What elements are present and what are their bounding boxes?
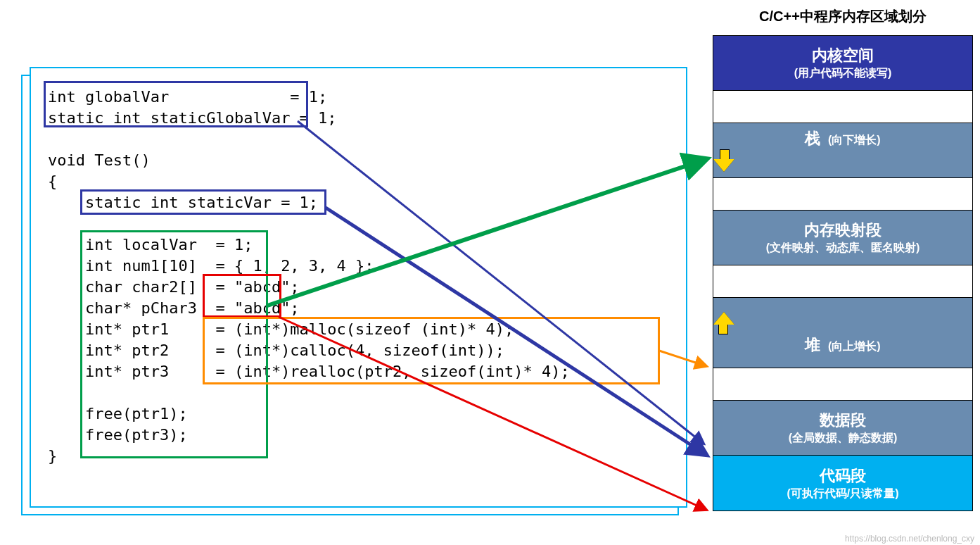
seg-title: 内核空间: [713, 45, 972, 66]
seg-note: (向下增长): [828, 134, 881, 146]
seg-heap: 堆 (向上增长): [713, 298, 972, 368]
seg-sub: (用户代码不能读写): [713, 66, 972, 81]
seg-title: 堆: [805, 336, 820, 353]
diagram-title: C/C++中程序内存区域划分: [713, 7, 973, 26]
seg-title: 栈: [805, 130, 820, 147]
seg-gap: [713, 265, 972, 298]
seg-kernel: 内核空间 (用户代码不能读写): [713, 36, 972, 91]
seg-title: 数据段: [713, 410, 972, 431]
seg-note: (向上增长): [828, 340, 881, 352]
seg-sub: (全局数据、静态数据): [713, 431, 972, 446]
code-block: int globalVar = 1; static int staticGlob…: [48, 87, 669, 467]
seg-sub: (文件映射、动态库、匿名映射): [713, 241, 972, 256]
seg-data: 数据段 (全局数据、静态数据): [713, 401, 972, 456]
seg-mmap: 内存映射段 (文件映射、动态库、匿名映射): [713, 211, 972, 265]
seg-gap: [713, 91, 972, 123]
seg-gap: [713, 178, 972, 211]
seg-stack: 栈 (向下增长): [713, 123, 972, 178]
watermark: https://blog.csdn.net/chenlong_cxy: [845, 534, 974, 544]
seg-code: 代码段 (可执行代码/只读常量): [713, 456, 972, 510]
arrow-down-icon: [713, 149, 734, 173]
seg-title: 内存映射段: [713, 220, 972, 241]
seg-sub: (可执行代码/只读常量): [713, 487, 972, 501]
seg-title: 代码段: [713, 465, 972, 487]
arrow-up-icon: [713, 311, 734, 334]
memory-map: 内核空间 (用户代码不能读写) 栈 (向下增长) 内存映射段 (文件映射、动态库…: [713, 35, 973, 511]
code-panel: int globalVar = 1; static int staticGlob…: [30, 67, 687, 508]
seg-gap: [713, 368, 972, 401]
